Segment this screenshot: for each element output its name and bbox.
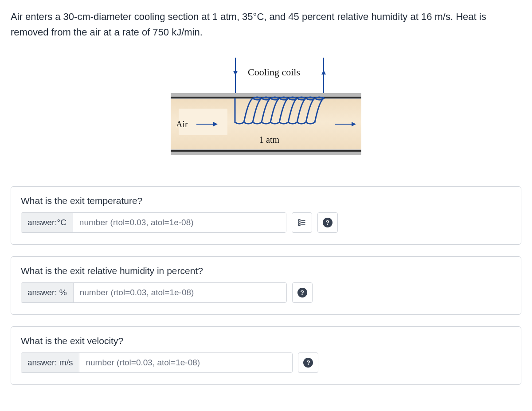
coil-inlet-arrow	[235, 58, 236, 98]
svg-rect-4	[298, 224, 300, 226]
pressure-label: 1 atm	[259, 135, 279, 145]
answer-input[interactable]	[73, 213, 286, 232]
problem-statement: Air enters a 30-cm-diameter cooling sect…	[11, 9, 521, 40]
answer-unit-prefix: answer: m/s	[21, 353, 79, 372]
answer-input-group: answer: m/s	[21, 352, 293, 373]
answer-row: answer: m/s ?	[21, 352, 511, 373]
svg-rect-0	[298, 220, 300, 221]
help-button[interactable]: ?	[298, 352, 318, 373]
answer-row: answer: % ?	[21, 282, 511, 303]
answer-input-group: answer: %	[21, 282, 287, 303]
question-card-temperature: What is the exit temperature? answer:°C …	[11, 186, 521, 245]
question-prompt: What is the exit temperature?	[21, 196, 511, 206]
help-icon: ?	[303, 358, 313, 368]
answer-unit-prefix: answer: %	[21, 283, 74, 302]
format-options-button[interactable]	[292, 212, 312, 233]
help-icon: ?	[297, 288, 307, 297]
air-outlet-arrow	[335, 124, 355, 125]
question-card-humidity: What is the exit relative humidity in pe…	[11, 256, 521, 315]
help-button[interactable]: ?	[317, 212, 338, 233]
coil-icon	[233, 98, 326, 125]
coil-outlet-arrow	[323, 58, 324, 98]
question-prompt: What is the exit velocity?	[21, 336, 511, 346]
help-icon: ?	[323, 218, 332, 227]
diagram-container: Cooling coils Air 1 atm	[11, 58, 521, 164]
answer-input-group: answer:°C	[21, 212, 286, 233]
list-icon	[297, 218, 306, 227]
answer-row: answer:°C ?	[21, 212, 511, 233]
question-card-velocity: What is the exit velocity? answer: m/s ?	[11, 326, 521, 385]
help-button[interactable]: ?	[292, 282, 313, 303]
answer-input[interactable]	[79, 353, 292, 372]
question-prompt: What is the exit relative humidity in pe…	[21, 266, 511, 276]
air-label: Air	[176, 119, 188, 129]
answer-input[interactable]	[74, 283, 286, 302]
cooling-diagram: Cooling coils Air 1 atm	[171, 58, 361, 164]
svg-rect-2	[298, 222, 300, 223]
air-inlet-arrow	[196, 124, 217, 125]
cooling-coils-label: Cooling coils	[248, 67, 300, 78]
pipe-bottom-line	[171, 150, 361, 152]
answer-unit-prefix: answer:°C	[21, 213, 73, 232]
